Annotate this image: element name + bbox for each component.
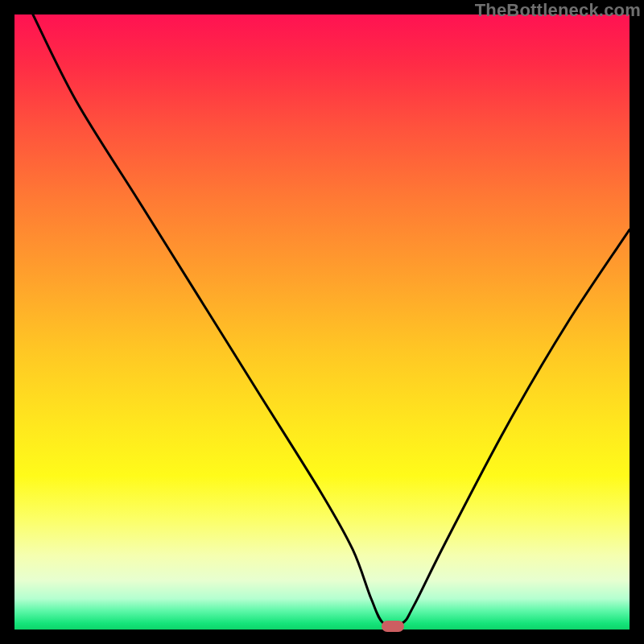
optimal-marker — [382, 621, 404, 632]
chart-frame: TheBottleneck.com — [0, 0, 644, 644]
watermark-text: TheBottleneck.com — [475, 0, 641, 21]
bottleneck-curve — [14, 14, 630, 630]
plot-area — [14, 14, 630, 630]
